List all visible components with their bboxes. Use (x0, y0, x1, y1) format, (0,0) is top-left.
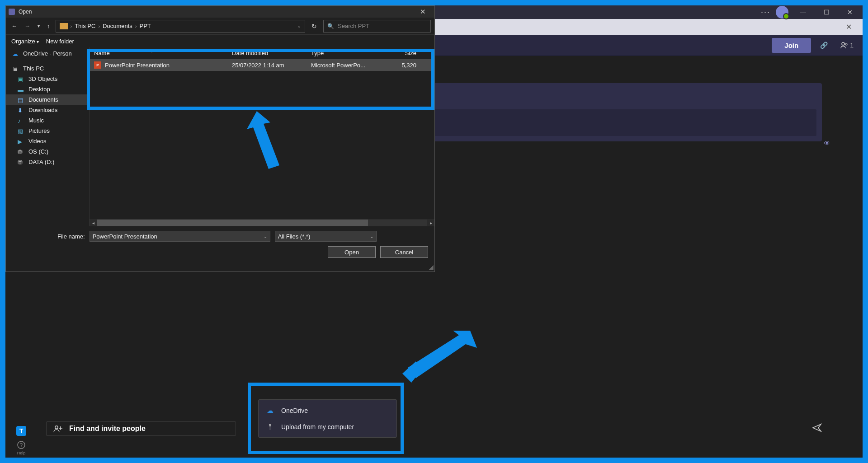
drive-icon: ⛃ (18, 159, 25, 165)
pc-icon: 🖥 (12, 65, 19, 72)
pictures-icon: ▧ (18, 128, 25, 134)
upload-icon: ⭱ (267, 423, 275, 430)
join-button[interactable]: Join (772, 38, 811, 53)
downloads-icon: ⬇ (18, 107, 25, 113)
svg-point-1 (845, 43, 847, 45)
compose-area: Find and invite people GIF (46, 421, 822, 436)
teams-app-sidebar: T ? Help (5, 421, 37, 458)
horizontal-scrollbar[interactable]: ◂ ▸ (90, 219, 434, 226)
desktop-icon: ▬ (18, 86, 25, 93)
column-type[interactable]: Type (311, 50, 377, 56)
dialog-title: Open (19, 9, 32, 15)
resize-grip-icon[interactable]: ◢ (429, 263, 434, 271)
dialog-app-icon (9, 9, 15, 15)
sidebar-item-pictures[interactable]: ▧ Pictures (6, 126, 89, 136)
file-name-label: File name: (57, 233, 85, 240)
dropdown-icon[interactable]: ⌄ (264, 234, 267, 239)
chevron-icon: › (135, 23, 137, 29)
svg-marker-12 (247, 111, 279, 169)
sidebar-item-desktop[interactable]: ▬ Desktop (6, 84, 89, 94)
nav-forward-icon[interactable]: → (23, 21, 32, 31)
new-folder-button[interactable]: New folder (46, 38, 74, 45)
nav-back-icon[interactable]: ← (9, 21, 19, 31)
sidebar-item-onedrive[interactable]: ☁ OneDrive - Person (6, 48, 89, 59)
dialog-nav-row: ← → ▾ ↑ › This PC › Documents › PPT ⌄ ↻ … (6, 18, 434, 35)
cancel-button[interactable]: Cancel (380, 246, 428, 258)
maximize-button[interactable]: ☐ (817, 6, 835, 19)
close-button[interactable]: ✕ (841, 6, 859, 19)
upload-onedrive-option[interactable]: ☁ OneDrive (259, 402, 396, 419)
column-headers: Name ˄ Date modified Type Size (90, 47, 434, 59)
sidebar-item-videos[interactable]: ▶ Videos (6, 136, 89, 146)
search-placeholder: Search PPT (338, 23, 369, 29)
copy-link-icon[interactable]: 🔗 (816, 38, 831, 52)
dialog-sidebar: ☁ OneDrive - Person 🖥 This PC ▣ 3D Objec… (6, 47, 90, 226)
minimize-button[interactable]: — (794, 6, 812, 19)
svg-text:?: ? (20, 442, 23, 448)
folder-icon (60, 23, 68, 29)
svg-point-2 (55, 426, 58, 429)
crumb-documents[interactable]: Documents (103, 23, 132, 29)
crumb-this-pc[interactable]: This PC (75, 23, 95, 29)
chevron-icon: › (98, 23, 100, 29)
find-invite-button[interactable]: Find and invite people (46, 421, 236, 436)
refresh-icon[interactable]: ↻ (309, 20, 320, 33)
upload-computer-label: Upload from my computer (281, 423, 354, 430)
sidebar-template-app[interactable]: T (5, 424, 37, 438)
search-icon: 🔍 (327, 23, 334, 29)
chevron-icon: › (71, 23, 72, 29)
search-input[interactable]: 🔍 Search PPT (323, 20, 431, 33)
scroll-thumb[interactable] (97, 220, 368, 226)
column-name[interactable]: Name ˄ (94, 50, 232, 56)
add-people-icon (53, 425, 64, 433)
cube-icon: ▣ (18, 76, 25, 82)
file-type: Microsoft PowerPo... (311, 62, 377, 69)
scroll-left-icon[interactable]: ◂ (90, 220, 97, 225)
organize-menu[interactable]: Organize▾ (11, 38, 39, 45)
file-open-dialog: Open ✕ ← → ▾ ↑ › This PC › Documents › P… (5, 5, 435, 272)
column-date[interactable]: Date modified (232, 50, 311, 56)
file-row[interactable]: P PowerPoint Presentation 25/07/2022 1:1… (90, 59, 434, 71)
avatar[interactable] (776, 6, 788, 19)
sidebar-item-music[interactable]: ♪ Music (6, 115, 89, 126)
drive-icon: ⛃ (18, 149, 25, 155)
participants-icon[interactable]: 1 (837, 38, 857, 52)
sidebar-item-os-c[interactable]: ⛃ OS (C:) (6, 146, 89, 157)
file-name: PowerPoint Presentation (105, 62, 170, 69)
cloud-icon: ☁ (12, 51, 19, 57)
sidebar-item-this-pc[interactable]: 🖥 This PC (6, 63, 89, 74)
more-icon[interactable]: ··· (761, 8, 770, 17)
videos-icon: ▶ (18, 138, 25, 145)
nav-recent-icon[interactable]: ▾ (36, 22, 42, 30)
notice-close-icon[interactable]: ✕ (842, 23, 855, 31)
scroll-right-icon[interactable]: ▸ (427, 220, 434, 225)
svg-point-0 (842, 42, 844, 45)
sidebar-help[interactable]: ? Help (5, 438, 37, 458)
breadcrumb[interactable]: › This PC › Documents › PPT ⌄ (56, 20, 306, 33)
sidebar-item-data-d[interactable]: ⛃ DATA (D:) (6, 157, 89, 167)
file-type-filter[interactable]: All Files (*.*) ⌄ (275, 231, 377, 242)
participant-count: 1 (850, 42, 854, 49)
dialog-footer: File name: PowerPoint Presentation ⌄ All… (6, 226, 434, 262)
file-name-input[interactable]: PowerPoint Presentation ⌄ (90, 231, 270, 242)
annotation-arrow-2 (402, 331, 479, 385)
sidebar-item-documents[interactable]: ▤ Documents (6, 94, 89, 105)
onedrive-label: OneDrive (281, 407, 308, 414)
pptx-icon: P (94, 61, 101, 69)
sidebar-item-3d-objects[interactable]: ▣ 3D Objects (6, 74, 89, 84)
crumb-ppt[interactable]: PPT (140, 23, 151, 29)
dropdown-icon[interactable]: ⌄ (370, 234, 373, 239)
column-size[interactable]: Size (377, 50, 416, 56)
sidebar-item-downloads[interactable]: ⬇ Downloads (6, 105, 89, 115)
upload-computer-option[interactable]: ⭱ Upload from my computer (259, 419, 396, 435)
breadcrumb-expand-icon[interactable]: ⌄ (297, 23, 301, 29)
sidebar-help-label: Help (17, 451, 26, 455)
dialog-close-icon[interactable]: ✕ (414, 8, 432, 16)
svg-marker-14 (402, 361, 420, 383)
send-icon[interactable] (812, 423, 822, 435)
file-date: 25/07/2022 1:14 am (232, 62, 311, 69)
nav-up-icon[interactable]: ↑ (45, 21, 52, 31)
file-size: 5,320 (377, 62, 416, 69)
open-button[interactable]: Open (328, 246, 376, 258)
dialog-toolbar: Organize▾ New folder (6, 35, 434, 47)
